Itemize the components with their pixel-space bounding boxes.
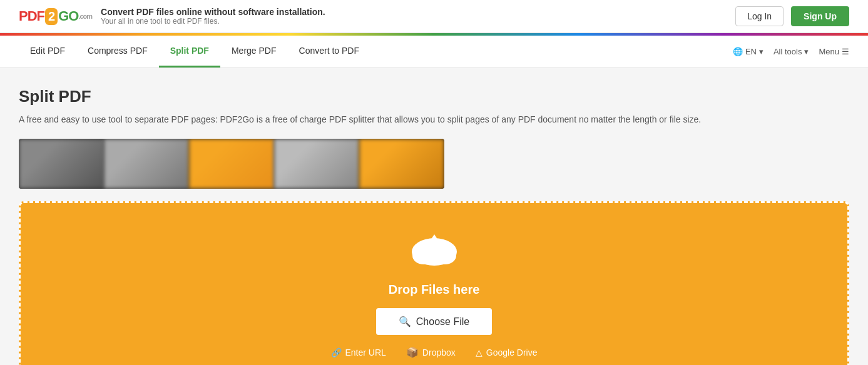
site-header: PDF 2 GO .com Convert PDF files online w… xyxy=(0,0,868,33)
nav-compress-pdf[interactable]: Compress PDF xyxy=(76,36,159,68)
nav-merge-pdf[interactable]: Merge PDF xyxy=(220,36,288,68)
menu-label: Menu xyxy=(819,47,839,56)
preview-block-1 xyxy=(19,139,104,189)
nav-links: Edit PDF Compress PDF Split PDF Merge PD… xyxy=(19,36,370,68)
tagline: Convert PDF files online without softwar… xyxy=(101,7,325,26)
drop-files-text: Drop Files here xyxy=(389,282,480,297)
menu-icon: ☰ xyxy=(842,47,849,56)
search-icon: 🔍 xyxy=(399,316,411,328)
logo-com: .com xyxy=(78,12,92,20)
signup-button[interactable]: Sign Up xyxy=(791,6,849,26)
dropbox-icon: 📦 xyxy=(406,346,419,358)
cloud-upload-icon xyxy=(406,228,462,274)
logo-area: PDF 2 GO .com Convert PDF files online w… xyxy=(19,7,325,26)
dropbox-label: Dropbox xyxy=(422,348,456,358)
lang-chevron: ▾ xyxy=(759,47,763,56)
login-button[interactable]: Log In xyxy=(735,6,784,26)
lang-label: EN xyxy=(745,47,757,56)
tagline-sub: Your all in one tool to edit PDF files. xyxy=(101,17,325,26)
menu-button[interactable]: Menu ☰ xyxy=(819,47,849,56)
logo: PDF 2 GO .com xyxy=(19,8,92,25)
language-selector[interactable]: 🌐 EN ▾ xyxy=(733,47,763,56)
nav-right: 🌐 EN ▾ All tools ▾ Menu ☰ xyxy=(733,47,849,56)
preview-block-2 xyxy=(104,139,189,189)
choose-file-label: Choose File xyxy=(416,316,469,328)
logo-go: GO xyxy=(58,8,78,24)
logo-pdf: PDF xyxy=(19,8,44,24)
logo-2: 2 xyxy=(45,8,58,25)
preview-block-3 xyxy=(189,139,274,189)
preview-block-5 xyxy=(359,139,444,189)
all-tools-selector[interactable]: All tools ▾ xyxy=(774,47,809,56)
nav-split-pdf[interactable]: Split PDF xyxy=(159,36,220,68)
nav-edit-pdf[interactable]: Edit PDF xyxy=(19,36,76,68)
link-icon: 🔗 xyxy=(331,348,342,358)
preview-image xyxy=(19,139,444,189)
header-actions: Log In Sign Up xyxy=(735,6,849,26)
main-nav: Edit PDF Compress PDF Split PDF Merge PD… xyxy=(0,36,868,68)
dropbox-link[interactable]: 📦 Dropbox xyxy=(406,346,456,358)
page-title: Split PDF xyxy=(19,87,849,106)
enter-url-label: Enter URL xyxy=(345,348,386,358)
tagline-main: Convert PDF files online without softwar… xyxy=(101,7,325,17)
svg-point-2 xyxy=(434,247,456,264)
main-content: Split PDF A free and easy to use tool to… xyxy=(0,68,868,365)
bottom-links: 🔗 Enter URL 📦 Dropbox △ Google Drive xyxy=(331,346,538,358)
enter-url-link[interactable]: 🔗 Enter URL xyxy=(331,346,386,358)
google-drive-link[interactable]: △ Google Drive xyxy=(476,346,538,358)
preview-block-4 xyxy=(274,139,359,189)
google-drive-label: Google Drive xyxy=(486,348,538,358)
svg-point-1 xyxy=(412,247,435,264)
page-description: A free and easy to use tool to separate … xyxy=(19,112,707,126)
upload-zone[interactable]: Drop Files here 🔍 Choose File 🔗 Enter UR… xyxy=(19,201,849,365)
choose-file-button[interactable]: 🔍 Choose File xyxy=(376,308,492,335)
google-drive-icon: △ xyxy=(476,348,483,358)
globe-icon: 🌐 xyxy=(733,47,743,56)
nav-convert-to-pdf[interactable]: Convert to PDF xyxy=(288,36,370,68)
all-tools-label: All tools xyxy=(774,47,802,56)
all-tools-chevron: ▾ xyxy=(804,47,809,56)
